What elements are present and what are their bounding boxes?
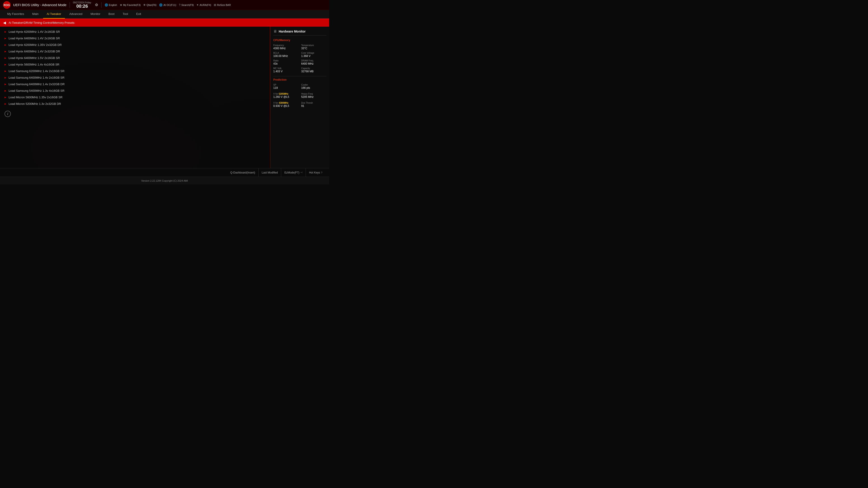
- menu-label-8: Load Samsung 6400MHz 1.4v 2x16GB SR: [8, 76, 64, 79]
- hw-frequency: Frequency 4300 MHz: [273, 44, 299, 50]
- toolbar-aura[interactable]: ✦ AURA(F4): [196, 3, 211, 6]
- v-5205-label: V for 5205MHz: [273, 93, 299, 95]
- last-modified-label: Last Modified: [262, 171, 278, 174]
- ez-mode-button[interactable]: EzMode(F7) ⊣: [281, 168, 306, 177]
- nav-ai-tweaker-label: Ai Tweaker: [47, 12, 61, 15]
- nav-boot[interactable]: Boot: [105, 10, 118, 19]
- hw-dos-thresh: Dos Thresh 91: [301, 102, 327, 107]
- cpu-memory-grid: Frequency 4300 MHz Temperature 33°C BCLK…: [273, 44, 327, 73]
- dram-freq-label: DRAM Freq.: [301, 59, 327, 62]
- bclk-value: 100.00 MHz: [273, 55, 299, 58]
- sp-value: 119: [273, 86, 299, 90]
- v-5205-value: 1.260 V @L5: [273, 95, 299, 98]
- nav-exit[interactable]: Exit: [132, 10, 145, 19]
- last-modified-button[interactable]: Last Modified: [258, 168, 281, 177]
- menu-item-11[interactable]: ▶ Load Micron 5600MHz 1.35v 2x16GB SR: [0, 94, 270, 101]
- arrow-icon-12: ▶: [4, 103, 6, 105]
- v-4300-row: V for 4300MHz 0.930 V @L5 Dos Thresh 91: [273, 102, 327, 107]
- info-area: i: [0, 107, 270, 121]
- menu-label-3: Load Hynix 6200MHz 1.35V 2x32GB DR: [8, 43, 62, 46]
- nav-tool-label: Tool: [123, 12, 128, 15]
- menu-label-1: Load Hynix 6200MHz 1.4V 2x16GB SR: [8, 30, 60, 33]
- arrow-icon-5: ▶: [4, 57, 6, 59]
- menu-label-7: Load Samsung 6200MHz 1.4v 2x16GB SR: [8, 69, 64, 73]
- ratio-label: Ratio: [273, 59, 299, 62]
- arrow-icon-1: ▶: [4, 31, 6, 33]
- menu-item-8[interactable]: ▶ Load Samsung 6400MHz 1.4v 2x16GB SR: [0, 74, 270, 81]
- search-label: Search(F9): [181, 4, 194, 6]
- hw-v-5205: V for 5205MHz 1.260 V @L5: [273, 93, 299, 98]
- hw-sp: SP 119: [273, 84, 299, 90]
- v-5205-freq: 5205MHz: [279, 93, 288, 95]
- ratio-value: 43x: [273, 62, 299, 65]
- cpu-memory-section-title: CPU/Memory: [273, 39, 327, 42]
- menu-item-1[interactable]: ▶ Load Hynix 6200MHz 1.4V 2x16GB SR: [0, 29, 270, 35]
- resize-bar-label: ReSize BAR: [217, 4, 231, 6]
- hw-cooler: Cooler 166 pts: [301, 84, 327, 90]
- menu-item-6[interactable]: ▶ Load Hynix 5600MHz 1.4v 4x16GB SR: [0, 61, 270, 68]
- monitor-icon: 🖥: [273, 29, 277, 33]
- dos-thresh-label: Dos Thresh: [301, 102, 327, 104]
- v-4300-value: 0.930 V @L5: [273, 104, 299, 107]
- arrow-icon-4: ▶: [4, 50, 6, 53]
- nav-my-favorites-label: My Favorites: [7, 12, 24, 15]
- menu-item-5[interactable]: ▶ Load Hynix 6400MHz 1.5V 2x16GB SR: [0, 55, 270, 61]
- toolbar-search[interactable]: ? Search(F9): [179, 3, 194, 6]
- hw-core-voltage: Core Voltage 1.368 V: [301, 52, 327, 58]
- status-text: Version 2.22.1284 Copyright (C) 2024 AMI: [141, 180, 188, 182]
- arrow-icon-10: ▶: [4, 90, 6, 92]
- arrow-icon-9: ▶: [4, 83, 6, 86]
- ez-mode-label: EzMode(F7): [284, 171, 299, 174]
- nav-main[interactable]: Main: [29, 10, 42, 19]
- status-bar: Version 2.22.1284 Copyright (C) 2024 AMI: [0, 177, 329, 184]
- menu-label-2: Load Hynix 6400MHz 1.4V 2x16GB SR: [8, 37, 60, 40]
- menu-item-12[interactable]: ▶ Load Micron 5200MHz 1.3v 2x32GB DR: [0, 101, 270, 107]
- hw-heavy-freq: Heavy Freq 5205 MHz: [301, 93, 327, 98]
- hot-keys-icon: ?: [321, 171, 322, 174]
- qfan-label: Qfan(F6): [147, 4, 156, 6]
- nav-monitor-label: Monitor: [91, 12, 100, 15]
- hot-keys-button[interactable]: Hot Keys ?: [306, 168, 326, 177]
- nav-ai-tweaker[interactable]: Ai Tweaker: [43, 10, 65, 19]
- content-area: ▶ Load Hynix 6200MHz 1.4V 2x16GB SR ▶ Lo…: [0, 27, 270, 168]
- capacity-label: Capacity: [301, 67, 327, 70]
- settings-icon[interactable]: ⚙: [95, 3, 98, 7]
- menu-item-4[interactable]: ▶ Load Hynix 6400MHz 1.4V 2x32GB DR: [0, 48, 270, 55]
- rog-logo-icon: ROG: [3, 1, 11, 9]
- english-label: English: [109, 4, 117, 6]
- menu-item-7[interactable]: ▶ Load Samsung 6200MHz 1.4v 2x16GB SR: [0, 68, 270, 74]
- qfan-icon: ❄: [143, 3, 146, 6]
- arrow-icon-3: ▶: [4, 43, 6, 46]
- q-dashboard-button[interactable]: Q-Dashboard(Insert): [227, 168, 258, 177]
- header: ROG UEFI BIOS Utility - Advanced Mode 09…: [0, 0, 329, 10]
- nav-tool[interactable]: Tool: [119, 10, 132, 19]
- toolbar-qfan[interactable]: ❄ Qfan(F6): [143, 3, 156, 6]
- menu-item-9[interactable]: ▶ Load Samsung 6400MHz 1.4v 2x32GB DR: [0, 81, 270, 88]
- sp-label: SP: [273, 84, 299, 86]
- menu-item-2[interactable]: ▶ Load Hynix 6400MHz 1.4V 2x16GB SR: [0, 35, 270, 41]
- nav-monitor[interactable]: Monitor: [87, 10, 104, 19]
- hw-v-4300: V for 4300MHz 0.930 V @L5: [273, 102, 299, 107]
- ez-mode-icon: ⊣: [300, 171, 303, 174]
- heavy-freq-label: Heavy Freq: [301, 93, 327, 95]
- toolbar-english[interactable]: 🌐 English: [105, 3, 117, 6]
- back-arrow-icon[interactable]: ◀: [3, 21, 6, 25]
- core-voltage-value: 1.368 V: [301, 55, 327, 58]
- hw-ratio: Ratio 43x: [273, 59, 299, 65]
- nav-bar: My Favorites Main Ai Tweaker Advanced Mo…: [0, 10, 329, 19]
- nav-advanced[interactable]: Advanced: [66, 10, 86, 19]
- menu-item-10[interactable]: ▶ Load Samsung 5400MHz 1.3v 4x16GB SR: [0, 88, 270, 94]
- hw-monitor-title: Hardware Monitor: [279, 30, 306, 33]
- nav-main-label: Main: [32, 12, 38, 15]
- v-5205-row: V for 5205MHz 1.260 V @L5 Heavy Freq 520…: [273, 93, 327, 98]
- menu-item-3[interactable]: ▶ Load Hynix 6200MHz 1.35V 2x32GB DR: [0, 41, 270, 48]
- toolbar-my-favorite[interactable]: ★ My Favorite(F3): [120, 3, 141, 6]
- mc-volt-label: MC Volt.: [273, 67, 299, 70]
- hw-temperature: Temperature 33°C: [301, 44, 327, 50]
- toolbar-resize-bar[interactable]: ⊞ ReSize BAR: [214, 3, 231, 6]
- nav-my-favorites[interactable]: My Favorites: [4, 10, 28, 19]
- toolbar-ai-oc[interactable]: 🌐 AI OC(F11): [159, 3, 176, 6]
- toolbar: 🌐 English ★ My Favorite(F3) ❄ Qfan(F6) 🌐…: [105, 3, 327, 6]
- hw-capacity: Capacity 32768 MB: [301, 67, 327, 73]
- menu-label-10: Load Samsung 5400MHz 1.3v 4x16GB SR: [8, 89, 64, 92]
